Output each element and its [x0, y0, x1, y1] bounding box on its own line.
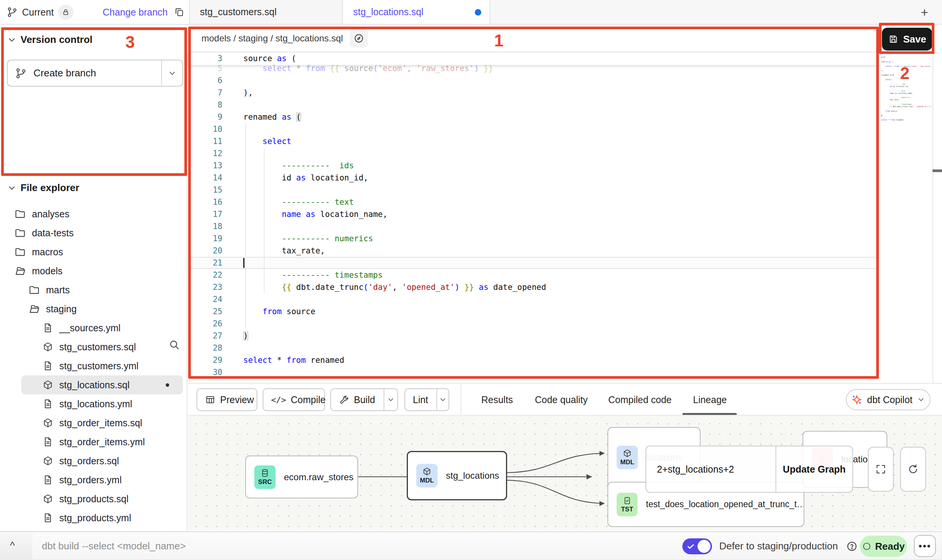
command-status-bar: ^ dbt build --select <model_name> Defer …: [0, 531, 942, 560]
code-icon: </>: [263, 395, 286, 405]
file-tree-item-stg-order-items-yml[interactable]: stg_order_items.yml: [0, 432, 187, 451]
create-branch-label: Create branch: [33, 67, 96, 79]
file-name: stg_order_items.yml: [59, 437, 145, 448]
code-line-7[interactable]: 7),: [188, 87, 878, 99]
code-line-24[interactable]: 24: [188, 293, 878, 305]
code-line-27[interactable]: 27): [188, 330, 878, 342]
copy-icon[interactable]: [174, 7, 184, 17]
lineage-selector-input[interactable]: 2+stg_locations+2: [646, 446, 776, 492]
file-tree-item-macros[interactable]: macros: [0, 242, 187, 261]
file-tree-item-marts[interactable]: marts: [0, 280, 187, 299]
code-line-25[interactable]: 25 from source: [188, 305, 878, 318]
file-tree-item-analyses[interactable]: analyses: [0, 204, 187, 223]
chevron-down-icon: [168, 69, 177, 78]
file-tree-item-stg-customers-sql[interactable]: stg_customers.sql: [0, 337, 187, 356]
create-branch-dropdown[interactable]: [161, 60, 182, 86]
line-number: 21: [188, 257, 222, 269]
file-explorer-header[interactable]: File explorer: [0, 174, 187, 194]
save-label: Save: [903, 33, 926, 45]
code-line-15[interactable]: 15: [188, 184, 878, 196]
file-tree-item-stg-locations-sql[interactable]: stg_locations.sql: [21, 375, 183, 394]
command-placeholder[interactable]: dbt build --select <model_name>: [42, 540, 186, 552]
line-number: 25: [188, 305, 222, 318]
collapse-chevron[interactable]: ^: [10, 539, 15, 552]
code-line-6[interactable]: 6: [188, 74, 878, 87]
code-line-20[interactable]: 20 tax_rate,: [188, 245, 878, 257]
tab-lineage[interactable]: Lineage: [693, 384, 727, 416]
editor-minimap[interactable]: with source as ( select * from {{ source…: [881, 56, 931, 125]
defer-toggle[interactable]: [682, 538, 712, 554]
tab-code-quality[interactable]: Code quality: [535, 384, 588, 416]
code-line-18[interactable]: 18: [188, 220, 878, 233]
lint-dropdown[interactable]: [436, 389, 449, 410]
create-branch-button[interactable]: Create branch: [7, 60, 183, 87]
code-line-21[interactable]: 21: [188, 257, 878, 269]
text-cursor: [243, 258, 244, 268]
file-tree-item--sources-yml[interactable]: __sources.yml: [0, 318, 187, 337]
refresh-button[interactable]: [900, 447, 926, 492]
sticky-code-line[interactable]: 3source as (: [188, 52, 878, 65]
code-line-29[interactable]: 29select * from renamed: [188, 354, 878, 366]
node-label: test_does_location_opened_at_trunc_t…: [646, 499, 804, 509]
code-line-13[interactable]: 13 ---------- ids: [188, 160, 878, 172]
code-line-19[interactable]: 19 ---------- numerics: [188, 233, 878, 245]
tab-compiled-code[interactable]: Compiled code: [608, 384, 672, 416]
preview-button[interactable]: Preview: [197, 388, 257, 411]
file-tree-item-data-tests[interactable]: data-tests: [0, 223, 187, 242]
panel-resize-handle[interactable]: [932, 169, 942, 172]
file-tree-item-staging[interactable]: staging: [0, 299, 187, 318]
file-tree-item-stg-order-items-sql[interactable]: stg_order_items.sql: [0, 413, 187, 432]
code-line-30[interactable]: 30: [188, 366, 878, 378]
help-icon[interactable]: [846, 541, 858, 552]
tab-stg-locations-sql[interactable]: stg_locations.sql: [342, 0, 490, 24]
wrench-icon: [331, 394, 349, 405]
line-number: 6: [188, 74, 222, 87]
lint-button[interactable]: Lint: [404, 388, 449, 411]
file-tree-item-stg-orders-yml[interactable]: stg_orders.yml: [0, 470, 187, 489]
code-line-11[interactable]: 11 select: [188, 135, 878, 147]
model-icon: [43, 342, 53, 352]
tab-results[interactable]: Results: [481, 384, 513, 416]
fullscreen-button[interactable]: [868, 447, 894, 492]
new-tab-button[interactable]: +: [917, 5, 932, 20]
code-line-28[interactable]: 28: [188, 342, 878, 354]
code-line-26[interactable]: 26: [188, 318, 878, 330]
change-branch-button[interactable]: Change branch: [103, 4, 184, 21]
code-line-22[interactable]: 22 ---------- timestamps: [188, 269, 878, 281]
current-branch-indicator: Current: [7, 4, 73, 21]
line-number: 28: [188, 342, 222, 354]
lineage-node-stg-locations[interactable]: MDL stg_locations: [407, 451, 507, 500]
build-dropdown[interactable]: [384, 389, 397, 410]
save-button[interactable]: Save: [882, 28, 932, 51]
file-tree-item-stg-locations-yml[interactable]: stg_locations.yml: [0, 394, 187, 413]
status-badge[interactable]: Ready: [860, 536, 907, 557]
more-options-button[interactable]: •••: [914, 535, 936, 557]
code-line-12[interactable]: 12: [188, 147, 878, 160]
code-line-23[interactable]: 23 {{ dbt.date_trunc('day', 'opened_at')…: [188, 281, 878, 293]
code-line-8[interactable]: 8: [188, 99, 878, 111]
line-number: 16: [188, 196, 222, 208]
tab-stg-customers-sql[interactable]: stg_customers.sql: [189, 0, 342, 24]
fullscreen-icon: [875, 464, 886, 475]
line-number: 10: [188, 123, 222, 135]
code-line-9[interactable]: 9renamed as (: [188, 111, 878, 123]
code-line-16[interactable]: 16 ---------- text: [188, 196, 878, 208]
file-tree-item-stg-products-sql[interactable]: stg_products.sql: [0, 489, 187, 508]
build-button[interactable]: Build: [330, 388, 398, 411]
version-control-header[interactable]: Version control: [0, 25, 187, 46]
file-tree-item-models[interactable]: models: [0, 261, 187, 280]
code-editor[interactable]: 5 select * from {{ source('ecom', 'raw_s…: [188, 52, 933, 378]
dbt-copilot-button[interactable]: dbt Copilot: [846, 389, 931, 410]
lineage-node-source[interactable]: SRC ecom.raw_stores: [245, 456, 358, 498]
file-tree-item-stg-customers-yml[interactable]: stg_customers.yml: [0, 356, 187, 375]
lineage-canvas[interactable]: SRC ecom.raw_stores MDL stg_locations MD…: [188, 415, 942, 530]
code-line-10[interactable]: 10: [188, 123, 878, 135]
file-tree-item-stg-orders-sql[interactable]: stg_orders.sql: [0, 451, 187, 470]
file-tree-item-stg-products-yml[interactable]: stg_products.yml: [0, 508, 187, 527]
file-name: stg_locations.yml: [59, 399, 132, 410]
compile-button[interactable]: </> Compile: [263, 388, 325, 411]
code-line-14[interactable]: 14 id as location_id,: [188, 172, 878, 184]
copilot-compass-button[interactable]: [350, 29, 368, 47]
update-graph-button[interactable]: Update Graph: [776, 446, 852, 492]
code-line-17[interactable]: 17 name as location_name,: [188, 208, 878, 220]
